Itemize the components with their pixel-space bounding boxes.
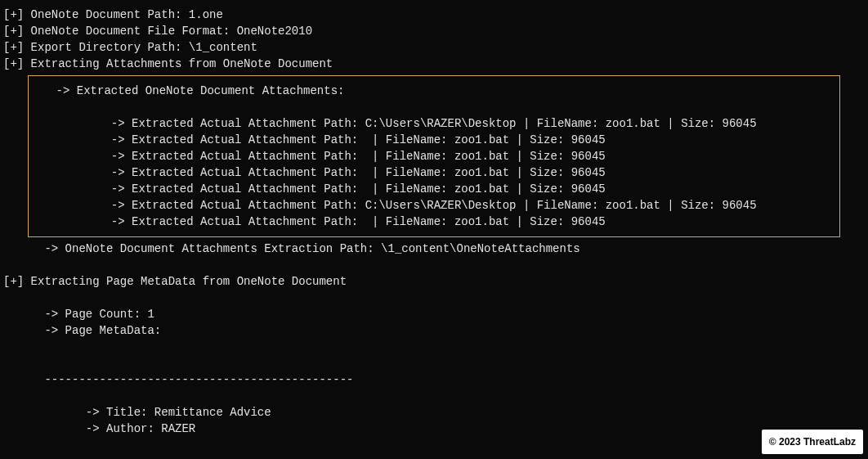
attachment-row: -> Extracted Actual Attachment Path: | F… <box>29 164 839 181</box>
attachment-row: -> Extracted Actual Attachment Path: | F… <box>29 181 839 197</box>
metadata-header: [+] Extracting Page MetaData from OneNot… <box>3 273 865 290</box>
watermark-badge: © 2023 ThreatLabz <box>762 430 863 454</box>
attachments-title: -> Extracted OneNote Document Attachment… <box>29 83 839 99</box>
attachment-row: -> Extracted Actual Attachment Path: | F… <box>29 214 839 230</box>
attachments-box: -> Extracted OneNote Document Attachment… <box>28 75 840 237</box>
attachment-row: -> Extracted Actual Attachment Path: | F… <box>29 148 839 164</box>
attachment-row: -> Extracted Actual Attachment Path: | F… <box>29 132 839 148</box>
attachment-row: -> Extracted Actual Attachment Path: C:\… <box>29 197 839 214</box>
header-file-format: [+] OneNote Document File Format: OneNot… <box>3 23 865 39</box>
header-doc-path: [+] OneNote Document Path: 1.one <box>3 7 865 23</box>
page-count: -> Page Count: 1 <box>3 306 865 322</box>
metadata-divider: ----------------------------------------… <box>3 371 865 388</box>
metadata-author: -> Author: RAZER <box>3 421 865 437</box>
header-extracting: [+] Extracting Attachments from OneNote … <box>3 56 865 72</box>
header-export-dir: [+] Export Directory Path: \1_content <box>3 39 865 56</box>
attachment-row: -> Extracted Actual Attachment Path: C:\… <box>29 115 839 132</box>
page-metadata-label: -> Page MetaData: <box>3 322 865 339</box>
extraction-path: -> OneNote Document Attachments Extracti… <box>3 241 865 257</box>
metadata-title: -> Title: Remittance Advice <box>3 404 865 421</box>
